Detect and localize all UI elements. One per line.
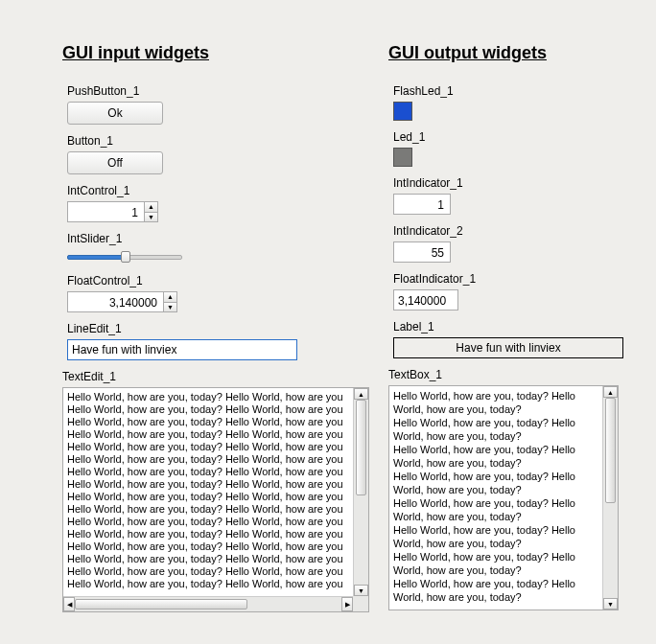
output-label-box: Have fun with linviex bbox=[393, 337, 623, 358]
textedit-hscroll[interactable]: ◀ ▶ bbox=[63, 596, 353, 611]
intcontrol-up-icon[interactable]: ▲ bbox=[145, 202, 157, 213]
floatindicator-value: 3,140000 bbox=[393, 289, 458, 310]
intslider-slider[interactable] bbox=[67, 249, 182, 264]
scroll-up-icon[interactable]: ▲ bbox=[603, 386, 618, 398]
scroll-hthumb[interactable] bbox=[75, 599, 247, 610]
textbox-label: TextBox_1 bbox=[388, 368, 656, 381]
floatcontrol-up-icon[interactable]: ▲ bbox=[164, 292, 176, 303]
intindicator1-value: 1 bbox=[393, 194, 451, 215]
floatcontrol-spinbox[interactable]: 3,140000 ▲ ▼ bbox=[67, 291, 350, 312]
intcontrol-label: IntControl_1 bbox=[67, 184, 350, 197]
scroll-vthumb[interactable] bbox=[356, 400, 366, 495]
flashled-indicator bbox=[393, 102, 412, 121]
intcontrol-spinbox[interactable]: 1 ▲ ▼ bbox=[67, 201, 350, 222]
scroll-left-icon[interactable]: ◀ bbox=[63, 597, 75, 611]
slider-fill bbox=[67, 255, 125, 260]
textedit-content[interactable]: Hello World, how are you, today? Hello W… bbox=[63, 388, 353, 596]
lineedit-input[interactable]: Have fun with linviex bbox=[67, 339, 297, 360]
floatcontrol-down-icon[interactable]: ▼ bbox=[164, 303, 176, 312]
intindicator2-label: IntIndicator_2 bbox=[393, 224, 656, 238]
led-indicator bbox=[393, 148, 412, 167]
pushbutton-label: PushButton_1 bbox=[67, 84, 350, 98]
slider-thumb-icon[interactable] bbox=[121, 251, 130, 263]
scroll-vthumb[interactable] bbox=[605, 398, 616, 503]
textedit-input[interactable]: Hello World, how are you, today? Hello W… bbox=[62, 387, 369, 612]
led-label: Led_1 bbox=[393, 130, 656, 144]
textbox-content: Hello World, how are you, today? Hello W… bbox=[389, 386, 602, 610]
scroll-down-icon[interactable]: ▼ bbox=[354, 585, 368, 596]
intindicator1-label: IntIndicator_1 bbox=[393, 176, 656, 190]
pushbutton-ok[interactable]: Ok bbox=[67, 102, 163, 125]
intcontrol-down-icon[interactable]: ▼ bbox=[145, 213, 157, 222]
input-section-title: GUI input widgets bbox=[62, 43, 350, 63]
intcontrol-value[interactable]: 1 bbox=[67, 201, 144, 222]
textedit-vscroll[interactable]: ▲ ▼ bbox=[353, 388, 368, 596]
intindicator2-value: 55 bbox=[393, 242, 451, 263]
scroll-up-icon[interactable]: ▲ bbox=[354, 388, 368, 400]
floatcontrol-value[interactable]: 3,140000 bbox=[67, 291, 163, 312]
textbox-vscroll[interactable]: ▲ ▼ bbox=[602, 386, 618, 610]
lineedit-label: LineEdit_1 bbox=[67, 322, 350, 335]
floatcontrol-label: FloatControl_1 bbox=[67, 274, 350, 288]
textbox-output: Hello World, how are you, today? Hello W… bbox=[388, 385, 619, 610]
scroll-right-icon[interactable]: ▶ bbox=[341, 597, 353, 611]
output-label-label: Label_1 bbox=[393, 320, 656, 334]
scroll-down-icon[interactable]: ▼ bbox=[603, 598, 618, 610]
flashled-label: FlashLed_1 bbox=[393, 84, 656, 98]
output-section-title: GUI output widgets bbox=[388, 43, 656, 63]
floatindicator-label: FloatIndicator_1 bbox=[393, 272, 656, 286]
intslider-label: IntSlider_1 bbox=[67, 232, 350, 245]
scroll-corner bbox=[353, 596, 368, 611]
button-off[interactable]: Off bbox=[67, 151, 163, 174]
textedit-label: TextEdit_1 bbox=[62, 370, 350, 383]
button-label: Button_1 bbox=[67, 134, 350, 148]
